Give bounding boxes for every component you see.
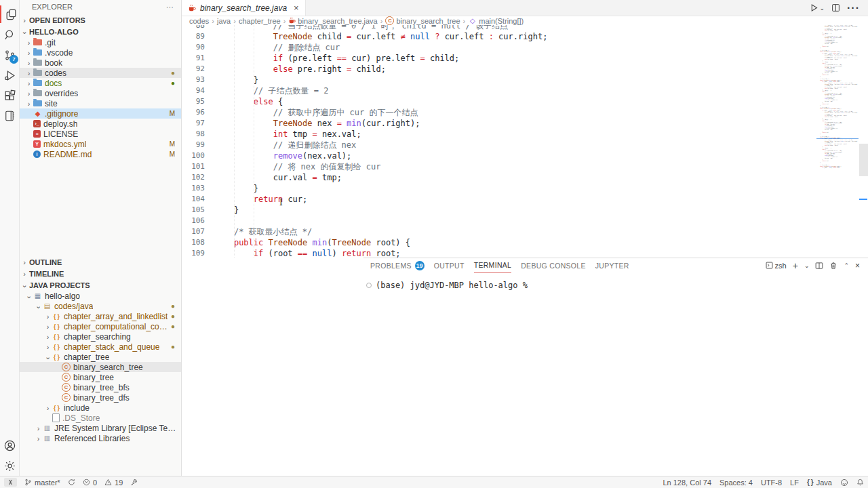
panel-tab-problems[interactable]: PROBLEMS 19 bbox=[370, 258, 425, 272]
code-line-94: 94 // 子结点数量 = 2 bbox=[182, 85, 868, 96]
status-language-mode[interactable]: { }Java bbox=[807, 479, 832, 487]
status-java-launch[interactable] bbox=[130, 479, 138, 486]
file-row-LICENSE[interactable]: ≡ LICENSE bbox=[20, 129, 181, 139]
file-row--vscode[interactable]: › .vscode bbox=[20, 47, 181, 58]
license-file-icon: ≡ bbox=[33, 130, 41, 138]
run-button[interactable]: ⌄ bbox=[810, 3, 825, 12]
file-label: mkdocs.yml bbox=[43, 140, 86, 149]
status-eol[interactable]: LF bbox=[790, 479, 799, 487]
notebook-icon[interactable] bbox=[0, 107, 19, 125]
maximize-panel-icon[interactable]: ⌃ bbox=[844, 262, 849, 269]
account-icon[interactable] bbox=[0, 436, 19, 454]
status-errors[interactable]: 0 bbox=[83, 479, 97, 487]
run-debug-icon[interactable] bbox=[0, 66, 19, 84]
java-tree-row-chapter-array-and-linkedlist[interactable]: ›{ } chapter_array_and_linkedlist ● bbox=[20, 311, 181, 321]
java-tree-row-binary-search-tree[interactable]: C binary_search_tree bbox=[20, 362, 181, 372]
settings-gear-icon[interactable] bbox=[0, 457, 19, 474]
tab-binary-search-tree[interactable]: binary_search_tree.java × bbox=[182, 0, 306, 16]
file-label: .vscode bbox=[45, 48, 73, 58]
yaml-file-icon: Y bbox=[33, 140, 41, 148]
section-java-projects[interactable]: ⌄ JAVA PROJECTS bbox=[20, 279, 181, 291]
terminal-prompt-line[interactable]: (base) jyd@JYD-MBP hello-algo % bbox=[366, 281, 868, 290]
breadcrumb-item[interactable]: chapter_tree bbox=[239, 17, 281, 25]
chevron-down-icon: ⌄ bbox=[20, 281, 29, 289]
java-tree-row-binary-tree-bfs[interactable]: C binary_tree_bfs bbox=[20, 382, 181, 392]
java-tree-row--DS-Store[interactable]: .DS_Store bbox=[20, 413, 181, 423]
java-tree-row-JRE-System-Library-Eclipse-Temurin-17-17-[interactable]: ›▥ JRE System Library [Eclipse Temurin 1… bbox=[20, 423, 181, 433]
close-panel-icon[interactable]: × bbox=[855, 261, 860, 270]
java-tree-row-codes-java[interactable]: ⌄▤ codes/java ● bbox=[20, 301, 181, 311]
status-feedback[interactable] bbox=[840, 479, 848, 487]
java-tree-row-chapter-computational-complexity[interactable]: ›{ } chapter_computational_complexity ● bbox=[20, 321, 181, 331]
java-tree-row-chapter-searching[interactable]: ›{ } chapter_searching bbox=[20, 331, 181, 342]
file-row--gitignore[interactable]: ◆ .gitignore M bbox=[20, 108, 181, 119]
more-actions-icon[interactable]: ··· bbox=[847, 2, 860, 14]
java-tree-row-include[interactable]: ›{ } include bbox=[20, 403, 181, 413]
panel-tab-output[interactable]: OUTPUT bbox=[434, 258, 465, 272]
file-row-site[interactable]: › site bbox=[20, 98, 181, 108]
status-label: Spaces: 4 bbox=[719, 479, 753, 487]
line-number: 90 bbox=[182, 42, 205, 53]
breadcrumb-item[interactable]: Cbinary_search_tree bbox=[385, 16, 460, 25]
java-tree-row-chapter-tree[interactable]: ⌄{ } chapter_tree bbox=[20, 352, 181, 362]
panel-tab-bar: PROBLEMS 19 OUTPUT TERMINAL DEBUG CONSOL… bbox=[363, 258, 868, 272]
status-encoding[interactable]: UTF-8 bbox=[761, 479, 782, 487]
package-icon: { } bbox=[52, 405, 61, 411]
chevron-down-icon[interactable]: ⌄ bbox=[804, 262, 810, 269]
status-bar: master*019Ln 128, Col 74Spaces: 4UTF-8LF… bbox=[0, 476, 868, 488]
file-row--git[interactable]: › .git bbox=[20, 37, 181, 47]
file-row-README-md[interactable]: i README.md M bbox=[20, 149, 181, 159]
code-editor[interactable]: 88 // 当子结点数量 = 0 / 1 时， child = null / 该… bbox=[182, 25, 868, 258]
java-tree-row-binary-tree-dfs[interactable]: C binary_tree_dfs bbox=[20, 392, 181, 403]
java-tree-row-hello-algo[interactable]: ⌄▦ hello-algo bbox=[20, 291, 181, 301]
breadcrumb-item[interactable]: binary_search_tree.java bbox=[288, 17, 377, 25]
chevron-down-icon: ⌄ bbox=[20, 27, 29, 36]
file-row-codes[interactable]: › codes ● bbox=[20, 68, 181, 78]
java-tree-row-binary-tree[interactable]: C binary_tree bbox=[20, 372, 181, 382]
kill-terminal-icon[interactable] bbox=[829, 262, 837, 270]
status-indentation[interactable]: Spaces: 4 bbox=[719, 479, 753, 487]
file-row-deploy-sh[interactable]: ›_ deploy.sh bbox=[20, 119, 181, 129]
breadcrumb-item[interactable]: java bbox=[217, 17, 231, 25]
source-control-icon[interactable]: 7 bbox=[0, 46, 19, 64]
panel-tab-debug-console[interactable]: DEBUG CONSOLE bbox=[521, 258, 586, 272]
file-row-book[interactable]: › book bbox=[20, 58, 181, 68]
status-cursor-position[interactable]: Ln 128, Col 74 bbox=[663, 479, 711, 487]
section-timeline[interactable]: › TIMELINE bbox=[20, 268, 181, 279]
extensions-icon[interactable] bbox=[0, 87, 19, 104]
section-open-editors[interactable]: › OPEN EDITORS bbox=[20, 14, 181, 26]
split-editor-icon[interactable] bbox=[831, 3, 840, 12]
section-project-root[interactable]: ⌄ HELLO-ALGO bbox=[20, 26, 181, 37]
split-terminal-icon[interactable] bbox=[815, 262, 823, 270]
file-row-mkdocs-yml[interactable]: Y mkdocs.yml M bbox=[20, 139, 181, 149]
minimap[interactable]: // 当子结点数量 = 0 / 1 时， child = null / 该子结点… bbox=[816, 25, 859, 258]
breadcrumb-item[interactable]: ◇main(String[]) bbox=[468, 17, 524, 25]
explorer-icon[interactable] bbox=[0, 5, 20, 23]
panel-tab-jupyter[interactable]: JUPYTER bbox=[595, 258, 629, 272]
java-tree-row-chapter-stack-and-queue[interactable]: ›{ } chapter_stack_and_queue ● bbox=[20, 342, 181, 352]
more-actions-icon[interactable]: ⋯ bbox=[166, 0, 174, 14]
status-notifications[interactable] bbox=[856, 479, 864, 486]
new-terminal-icon[interactable]: + bbox=[793, 260, 798, 271]
file-row-overrides[interactable]: › overrides bbox=[20, 88, 181, 98]
code-line-109: if (root == null) return root; bbox=[816, 167, 859, 168]
status-git-branch[interactable]: master* bbox=[24, 479, 60, 487]
chevron-icon: › bbox=[34, 434, 43, 443]
breadcrumb-item[interactable]: codes bbox=[189, 17, 209, 25]
search-icon[interactable] bbox=[0, 26, 19, 43]
file-label: README.md bbox=[43, 150, 92, 159]
panel-tab-terminal[interactable]: TERMINAL bbox=[474, 258, 512, 273]
status-remote-window[interactable] bbox=[4, 478, 17, 487]
breadcrumb: codes›java›chapter_tree›binary_search_tr… bbox=[182, 16, 868, 25]
terminal-profile[interactable]: zsh bbox=[766, 262, 787, 270]
java-tree-row-Referenced-Libraries[interactable]: ›▥ Referenced Libraries bbox=[20, 433, 181, 443]
status-warnings[interactable]: 19 bbox=[104, 479, 123, 487]
close-icon[interactable]: × bbox=[294, 3, 299, 13]
scrollbar-thumb[interactable] bbox=[859, 144, 868, 176]
item-label: Referenced Libraries bbox=[54, 434, 130, 443]
status-sync[interactable] bbox=[68, 479, 75, 486]
line-number: 107 bbox=[182, 226, 205, 237]
section-outline[interactable]: › OUTLINE bbox=[20, 256, 181, 268]
file-row-docs[interactable]: › docs ● bbox=[20, 78, 181, 88]
code-line-104: 104 return cur; bbox=[182, 194, 868, 205]
